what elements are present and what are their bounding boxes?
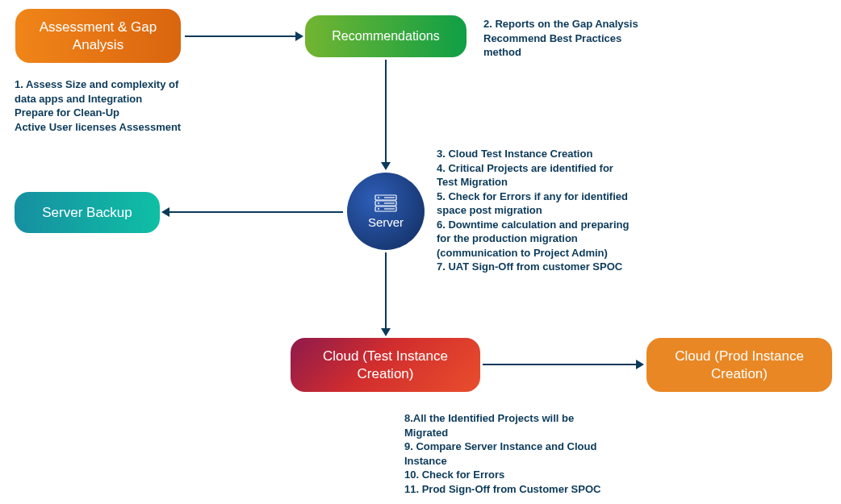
node-cloud-prod: Cloud (Prod Instance Creation) [646, 338, 832, 392]
svg-point-5 [378, 208, 379, 210]
note-1: 1. Assess Size and complexity of data ap… [15, 77, 208, 134]
arrow-reco-to-server-head [381, 162, 391, 170]
arrow-server-to-cloudtest [385, 252, 387, 328]
node-cloud-test: Cloud (Test Instance Creation) [291, 338, 480, 392]
arrow-cloudtest-to-cloudprod-head [636, 360, 644, 369]
arrow-assess-to-reco-head [295, 31, 303, 41]
svg-point-4 [378, 202, 379, 204]
note-4: 8.All the Identified Projects will be Mi… [404, 411, 630, 496]
node-server-backup: Server Backup [15, 192, 160, 233]
node-assessment: Assessment & Gap Analysis [15, 9, 181, 63]
arrow-cloudtest-to-cloudprod [483, 364, 636, 365]
node-cloud-prod-label: Cloud (Prod Instance Creation) [658, 348, 821, 382]
arrow-assess-to-reco [185, 35, 295, 37]
note-3: 3. Cloud Test Instance Creation 4. Criti… [437, 147, 655, 274]
node-server-label: Server [368, 215, 404, 229]
arrow-server-to-backup-head [161, 207, 169, 217]
node-server-backup-label: Server Backup [42, 204, 132, 221]
arrow-reco-to-server [385, 60, 387, 162]
node-server: Server [347, 173, 425, 250]
diagram-canvas: Assessment & Gap Analysis Recommendation… [0, 0, 841, 504]
node-cloud-test-label: Cloud (Test Instance Creation) [302, 348, 469, 382]
node-assessment-label: Assessment & Gap Analysis [27, 19, 169, 53]
note-2: 2. Reports on the Gap Analysis Recommend… [483, 17, 669, 60]
server-icon [374, 194, 397, 212]
node-recommendations: Recommendations [305, 15, 467, 57]
arrow-server-to-backup [169, 211, 343, 213]
arrow-server-to-cloudtest-head [381, 328, 391, 336]
svg-point-3 [378, 197, 379, 198]
node-recommendations-label: Recommendations [332, 28, 439, 44]
